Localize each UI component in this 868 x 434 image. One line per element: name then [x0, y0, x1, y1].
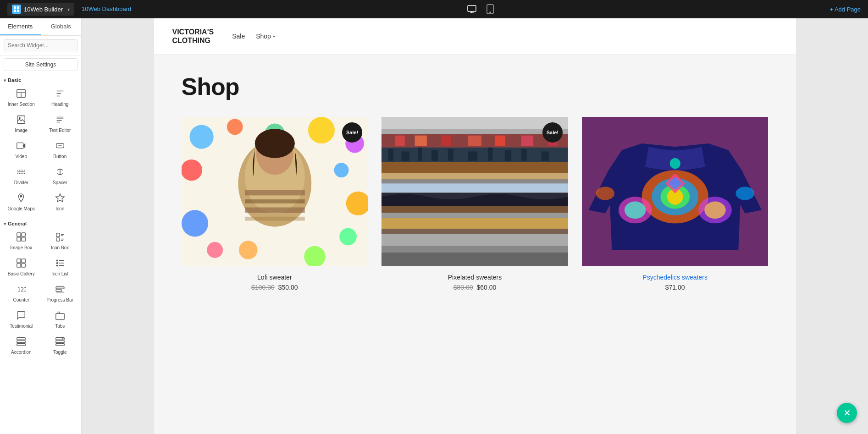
product-card-psychedelics: Psychedelics sweaters $71.00 [582, 117, 768, 294]
sale-badge-pixelated: Sale! [542, 122, 563, 143]
search-input[interactable] [4, 39, 77, 51]
widget-heading[interactable]: Heading [41, 85, 80, 111]
widget-inner-section-label: Inner Section [8, 102, 35, 107]
site-logo: VICTORIA'S CLOTHING [172, 27, 214, 45]
widget-divider[interactable]: Divider [2, 163, 41, 189]
desktop-icon[interactable] [467, 4, 477, 14]
widget-toggle[interactable]: Toggle [41, 333, 80, 359]
product-name-psychedelics[interactable]: Psychedelics sweaters [586, 274, 765, 281]
svg-rect-100 [521, 149, 527, 161]
product-image-wrap-psychedelics [582, 117, 768, 266]
builder-logo-button[interactable]: 10Web Builder ▾ [7, 3, 74, 16]
svg-rect-25 [17, 233, 21, 236]
widget-icon[interactable]: Icon [41, 189, 80, 215]
svg-rect-89 [521, 136, 533, 146]
svg-point-68 [182, 210, 208, 237]
shop-title: Shop [182, 73, 768, 100]
product-image-psychedelics [582, 117, 768, 266]
tab-globals[interactable]: Globals [41, 18, 82, 35]
product-image-wrap-lofi: Sale! [182, 117, 368, 266]
widget-progress-bar[interactable]: Progress Bar [41, 280, 80, 307]
product-info-lofi: Lofi sweater $100.00 $50.00 [182, 266, 368, 295]
svg-rect-3 [17, 10, 19, 12]
nav-shop[interactable]: Shop ▾ [256, 33, 275, 40]
shop-dropdown-chevron-icon: ▾ [273, 34, 275, 39]
svg-point-122 [704, 202, 725, 219]
add-page-button[interactable]: + Add Page [829, 6, 861, 13]
general-widgets-grid: Image Box Icon Box Basic Gallery [0, 228, 81, 361]
svg-marker-24 [56, 194, 64, 202]
builder-chevron-icon: ▾ [67, 7, 70, 12]
svg-rect-35 [17, 259, 21, 263]
widget-text-editor[interactable]: Text Editor [41, 111, 80, 137]
widget-button[interactable]: Button [41, 137, 80, 163]
inner-section-icon [16, 88, 26, 100]
widget-accordion[interactable]: Accordion [2, 333, 41, 359]
progress-bar-icon [55, 284, 65, 296]
search-box [0, 36, 81, 55]
widget-icon-list[interactable]: Icon List [41, 254, 80, 280]
svg-point-67 [339, 228, 357, 246]
heading-icon [55, 88, 65, 100]
svg-rect-93 [402, 152, 409, 161]
close-fab-button[interactable]: ✕ [837, 403, 857, 423]
svg-rect-88 [495, 136, 505, 146]
svg-rect-29 [56, 233, 60, 236]
shop-content: Shop [154, 55, 796, 313]
svg-point-23 [20, 196, 22, 198]
svg-rect-97 [468, 152, 477, 161]
widget-counter[interactable]: 123 Counter [2, 280, 41, 307]
price-new-lofi: $50.00 [278, 284, 298, 291]
svg-rect-87 [468, 136, 481, 146]
widget-accordion-label: Accordion [11, 350, 31, 355]
widget-tabs-label: Tabs [55, 324, 65, 329]
sidebar: Elements Globals Site Settings Basic Inn… [0, 18, 82, 434]
svg-rect-2 [14, 10, 16, 12]
svg-rect-10 [17, 116, 25, 124]
widget-image[interactable]: Image [2, 111, 41, 137]
svg-rect-28 [22, 237, 25, 241]
svg-point-120 [625, 202, 646, 219]
widget-image-box[interactable]: Image Box [2, 228, 41, 254]
widget-icon-box[interactable]: Icon Box [41, 228, 80, 254]
testimonial-icon [16, 310, 26, 322]
widget-tabs[interactable]: Tabs [41, 307, 80, 333]
svg-rect-56 [56, 341, 64, 343]
top-bar: 10Web Builder ▾ 10Web Dashboard + Add Pa… [0, 0, 868, 18]
mobile-icon[interactable] [486, 4, 494, 14]
svg-rect-107 [381, 206, 568, 213]
svg-rect-109 [381, 218, 568, 229]
tab-elements[interactable]: Elements [0, 18, 41, 35]
close-fab-x-icon: ✕ [843, 408, 851, 418]
widget-video[interactable]: Video [2, 137, 41, 163]
widget-spacer[interactable]: Spacer [41, 163, 80, 189]
widget-basic-gallery[interactable]: Basic Gallery [2, 254, 41, 280]
widget-inner-section[interactable]: Inner Section [2, 85, 41, 111]
svg-rect-26 [22, 233, 25, 236]
logo-line2: CLOTHING [172, 37, 211, 44]
widget-icon-label: Icon [55, 206, 64, 212]
product-card-lofi: Sale! Lofi sweater $100.00 $50.00 [182, 117, 368, 294]
nav-sale[interactable]: Sale [232, 33, 245, 40]
svg-point-59 [189, 125, 213, 149]
svg-point-71 [238, 241, 257, 260]
image-icon [16, 115, 26, 126]
widget-video-label: Video [16, 154, 27, 159]
dashboard-link[interactable]: 10Web Dashboard [82, 5, 131, 13]
svg-point-60 [227, 119, 243, 135]
svg-rect-46 [56, 287, 64, 289]
svg-rect-76 [244, 208, 304, 213]
site-settings-button[interactable]: Site Settings [4, 58, 77, 71]
svg-rect-110 [381, 229, 568, 234]
svg-rect-113 [381, 253, 568, 266]
widget-google-maps[interactable]: Google Maps [2, 189, 41, 215]
svg-rect-4 [468, 5, 476, 11]
widget-heading-label: Heading [51, 102, 68, 107]
product-image-pixelated [381, 117, 568, 266]
svg-rect-98 [488, 148, 493, 161]
widget-testimonial[interactable]: Testimonial [2, 307, 41, 333]
icon-widget-icon [55, 193, 65, 204]
widget-progress-bar-label: Progress Bar [47, 297, 73, 303]
price-old-lofi: $100.00 [251, 284, 275, 291]
svg-point-6 [490, 12, 491, 13]
